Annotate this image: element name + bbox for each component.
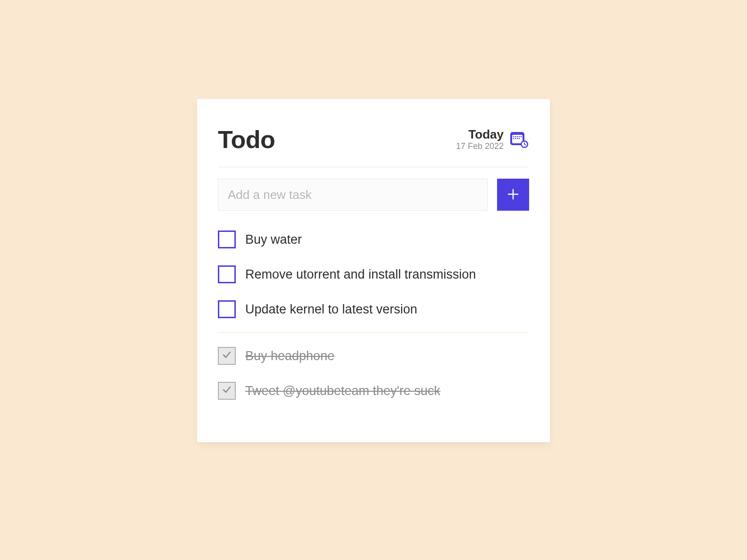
date-block: Today 17 Feb 2022 <box>456 128 529 151</box>
task-item: Remove utorrent and install transmission <box>218 257 529 292</box>
svg-point-10 <box>519 138 520 140</box>
task-label: Buy water <box>245 232 302 247</box>
svg-point-8 <box>515 138 516 140</box>
task-item: Tweet @youtubeteam they're suck <box>218 373 529 408</box>
task-label: Tweet @youtubeteam they're suck <box>245 384 440 398</box>
svg-point-4 <box>517 136 518 138</box>
header: Todo Today 17 Feb 2022 <box>218 125 529 167</box>
new-task-input[interactable] <box>218 179 488 211</box>
task-item: Buy headphone <box>218 338 529 373</box>
task-divider <box>218 332 529 333</box>
add-task-button[interactable] <box>497 179 529 211</box>
task-label: Buy headphone <box>245 349 334 363</box>
check-icon <box>222 385 232 397</box>
date-text: Today 17 Feb 2022 <box>456 128 504 151</box>
svg-point-6 <box>521 136 522 138</box>
svg-point-7 <box>513 138 515 140</box>
page-title: Todo <box>218 125 275 154</box>
task-label: Update kernel to latest version <box>245 302 417 317</box>
today-label: Today <box>456 128 504 141</box>
svg-point-5 <box>519 136 520 138</box>
check-icon <box>222 350 232 362</box>
new-task-row <box>218 179 529 211</box>
task-checkbox-done[interactable] <box>218 382 236 400</box>
todo-card: Todo Today 17 Feb 2022 <box>197 99 550 442</box>
calendar-icon[interactable] <box>508 129 529 150</box>
svg-point-3 <box>515 136 516 138</box>
task-label: Remove utorrent and install transmission <box>245 267 476 282</box>
plus-icon <box>507 188 519 202</box>
task-item: Update kernel to latest version <box>218 292 529 327</box>
svg-point-9 <box>517 138 518 140</box>
task-checkbox[interactable] <box>218 231 236 248</box>
task-checkbox-done[interactable] <box>218 347 236 365</box>
active-task-list: Buy water Remove utorrent and install tr… <box>218 222 529 327</box>
task-checkbox[interactable] <box>218 265 236 283</box>
date-value: 17 Feb 2022 <box>456 141 504 152</box>
task-item: Buy water <box>218 222 529 257</box>
svg-point-2 <box>513 136 515 138</box>
task-checkbox[interactable] <box>218 300 236 318</box>
done-task-list: Buy headphone Tweet @youtubeteam they're… <box>218 338 529 408</box>
